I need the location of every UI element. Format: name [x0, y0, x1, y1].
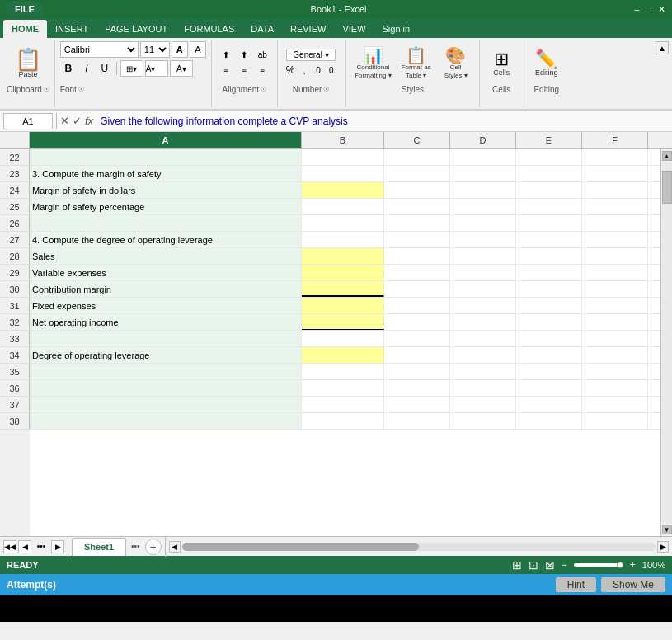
- cell-b29[interactable]: [302, 265, 384, 280]
- row-num-28[interactable]: 28: [0, 248, 30, 265]
- conditional-formatting-btn[interactable]: 📊 ConditionalFormatting ▾: [351, 45, 394, 81]
- cell-a23[interactable]: 3. Compute the margin of safety: [30, 166, 302, 181]
- cell-b28[interactable]: [302, 248, 384, 264]
- tab-home[interactable]: HOME: [3, 20, 47, 38]
- cell-f31[interactable]: [582, 298, 648, 313]
- cell-f26[interactable]: [582, 215, 648, 231]
- cell-b23[interactable]: [302, 166, 384, 181]
- close-btn[interactable]: ✕: [658, 4, 665, 15]
- row-num-33[interactable]: 33: [0, 331, 30, 347]
- cell-a29[interactable]: Variable expenses: [30, 265, 302, 280]
- tab-formulas[interactable]: FORMULAS: [176, 20, 242, 38]
- cell-c32[interactable]: [384, 314, 450, 330]
- cell-f22[interactable]: [582, 149, 648, 165]
- font-grow-btn[interactable]: A: [172, 41, 188, 58]
- cell-e32[interactable]: [516, 314, 582, 330]
- cell-c36[interactable]: [384, 380, 450, 396]
- cell-c29[interactable]: [384, 265, 450, 280]
- normal-view-btn[interactable]: ⊞: [512, 558, 522, 572]
- cell-a33[interactable]: [30, 331, 302, 346]
- cell-f30[interactable]: [582, 281, 648, 297]
- align-top-center-btn[interactable]: ⬆: [236, 48, 252, 63]
- row-num-36[interactable]: 36: [0, 380, 30, 397]
- scroll-up-btn[interactable]: ▲: [662, 151, 672, 161]
- cell-c33[interactable]: [384, 331, 450, 346]
- cell-b37[interactable]: [302, 397, 384, 412]
- cell-c23[interactable]: [384, 166, 450, 181]
- cell-a28[interactable]: Sales: [30, 248, 302, 264]
- cell-b38[interactable]: [302, 413, 384, 429]
- row-num-23[interactable]: 23: [0, 166, 30, 182]
- zoom-minus-btn[interactable]: −: [562, 559, 567, 571]
- cancel-icon[interactable]: ✕: [60, 115, 69, 127]
- align-left-btn[interactable]: ≡: [218, 64, 234, 79]
- cell-f24[interactable]: [582, 182, 648, 198]
- cell-c38[interactable]: [384, 413, 450, 429]
- cell-e36[interactable]: [516, 380, 582, 396]
- row-num-24[interactable]: 24: [0, 182, 30, 199]
- cell-d34[interactable]: [450, 347, 516, 363]
- bold-btn[interactable]: B: [60, 60, 77, 77]
- cell-d30[interactable]: [450, 281, 516, 297]
- formula-input[interactable]: [96, 115, 669, 127]
- sheet-nav-dots[interactable]: •••: [33, 540, 49, 553]
- row-num-35[interactable]: 35: [0, 364, 30, 380]
- cell-f27[interactable]: [582, 232, 648, 247]
- col-header-f[interactable]: F: [582, 132, 648, 148]
- cell-c25[interactable]: [384, 199, 450, 214]
- cell-a31[interactable]: Fixed expenses: [30, 298, 302, 313]
- cell-e23[interactable]: [516, 166, 582, 181]
- row-num-22[interactable]: 22: [0, 149, 30, 166]
- sheet-nav-prev[interactable]: ◀: [18, 540, 31, 553]
- cell-c31[interactable]: [384, 298, 450, 313]
- add-sheet-btn[interactable]: +: [145, 539, 162, 555]
- cell-a25[interactable]: Margin of safety percentage: [30, 199, 302, 214]
- cell-a36[interactable]: [30, 380, 302, 396]
- confirm-icon[interactable]: ✓: [73, 115, 82, 127]
- cell-d28[interactable]: [450, 248, 516, 264]
- cell-f38[interactable]: [582, 413, 648, 429]
- cell-c26[interactable]: [384, 215, 450, 231]
- comma-btn[interactable]: ,: [299, 64, 308, 77]
- cell-c27[interactable]: [384, 232, 450, 247]
- cells-btn[interactable]: ⊞ Cells: [490, 41, 513, 85]
- cell-a37[interactable]: [30, 397, 302, 412]
- cell-d36[interactable]: [450, 380, 516, 396]
- vertical-scrollbar[interactable]: ▲ ▼: [660, 149, 672, 536]
- zoom-slider-thumb[interactable]: [617, 562, 623, 568]
- cell-d24[interactable]: [450, 182, 516, 198]
- cell-e29[interactable]: [516, 265, 582, 280]
- col-header-a[interactable]: A: [30, 132, 302, 148]
- cell-f23[interactable]: [582, 166, 648, 181]
- cell-b30[interactable]: [302, 281, 384, 297]
- font-family-select[interactable]: Calibri: [60, 41, 139, 58]
- align-top-left-btn[interactable]: ⬆: [218, 48, 234, 63]
- fill-color-btn[interactable]: A▾: [145, 60, 168, 77]
- col-header-c[interactable]: C: [384, 132, 450, 148]
- sheet-tab-sheet1[interactable]: Sheet1: [72, 538, 126, 556]
- row-num-31[interactable]: 31: [0, 298, 30, 314]
- cell-reference-input[interactable]: [3, 113, 53, 129]
- cell-f32[interactable]: [582, 314, 648, 330]
- border-btn[interactable]: ⊞▾: [120, 60, 143, 77]
- cell-e31[interactable]: [516, 298, 582, 313]
- cell-b24[interactable]: [302, 182, 384, 198]
- underline-btn[interactable]: U: [96, 60, 113, 77]
- tab-insert[interactable]: INSERT: [47, 20, 96, 38]
- row-num-25[interactable]: 25: [0, 199, 30, 215]
- zoom-slider-track[interactable]: [574, 563, 623, 567]
- row-num-26[interactable]: 26: [0, 215, 30, 232]
- col-header-b[interactable]: B: [302, 132, 384, 148]
- minimize-btn[interactable]: –: [634, 4, 639, 15]
- cell-e33[interactable]: [516, 331, 582, 346]
- row-num-32[interactable]: 32: [0, 314, 30, 331]
- sheet-nav-first[interactable]: ◀◀: [3, 540, 16, 553]
- cell-f36[interactable]: [582, 380, 648, 396]
- col-header-d[interactable]: D: [450, 132, 516, 148]
- cell-c34[interactable]: [384, 347, 450, 363]
- cell-c24[interactable]: [384, 182, 450, 198]
- cell-b34[interactable]: [302, 347, 384, 363]
- cell-a27[interactable]: 4. Compute the degree of operating lever…: [30, 232, 302, 247]
- cell-a35[interactable]: [30, 364, 302, 379]
- cell-a32[interactable]: Net operating income: [30, 314, 302, 330]
